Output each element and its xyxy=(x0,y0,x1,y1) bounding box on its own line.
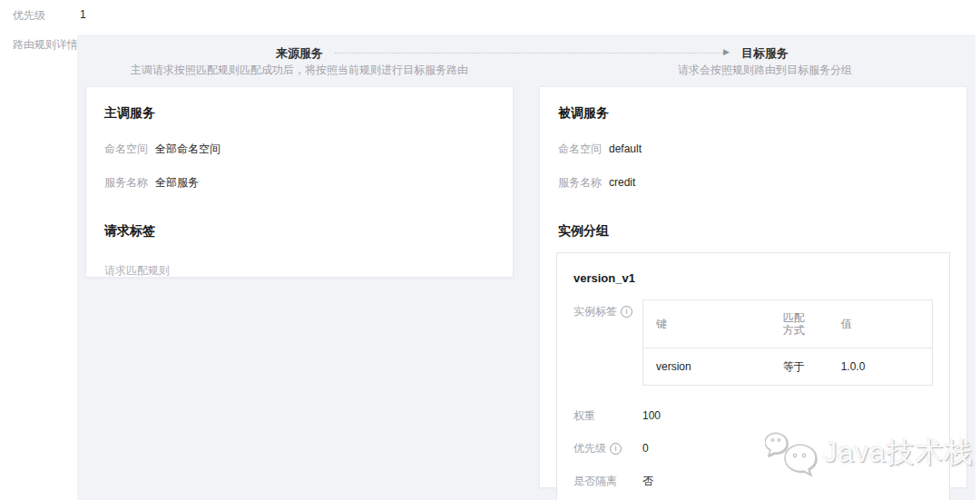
priority-field-value: 1 xyxy=(80,8,86,21)
instance-group-card: version_v1 实例标签 i 键 匹配方式 值 xyxy=(556,252,950,500)
service-name-row: 服务名称 全部服务 xyxy=(104,176,495,189)
namespace-label: 命名空间 xyxy=(558,142,609,155)
tag-match-type-cell: 等于 xyxy=(770,348,828,386)
caller-service-card: 主调服务 命名空间 全部命名空间 服务名称 全部服务 请求标签 请求匹配规则 xyxy=(85,86,514,278)
isolation-label-text: 是否隔离 xyxy=(573,475,617,487)
source-service-title: 来源服务 xyxy=(82,45,517,62)
callee-service-card: 被调服务 命名空间 default 服务名称 credit 实例分组 versi… xyxy=(539,86,967,488)
service-name-label: 服务名称 xyxy=(558,176,609,189)
group-name: version_v1 xyxy=(573,271,933,285)
namespace-value: default xyxy=(609,142,642,155)
info-icon[interactable]: i xyxy=(621,306,632,318)
route-rule-detail-page: 优先级 1 路由规则详情 ▶ 来源服务 主调请求按照匹配规则匹配成功后，将按照当… xyxy=(0,0,980,500)
instance-group-heading: 实例分组 xyxy=(558,223,948,240)
instance-tag-label: 实例标签 i xyxy=(573,305,642,318)
request-tags-heading: 请求标签 xyxy=(104,223,495,240)
request-match-rule-empty-text: 请求匹配规则 xyxy=(104,263,495,279)
instance-tag-table: 键 匹配方式 值 version 等于 1.0.0 xyxy=(642,299,933,386)
target-service-title: 目标服务 xyxy=(547,45,980,62)
caller-service-heading: 主调服务 xyxy=(104,105,495,122)
group-priority-label-text: 优先级 xyxy=(573,442,606,455)
namespace-value: 全部命名空间 xyxy=(155,142,220,155)
column-header-key: 键 xyxy=(643,300,770,348)
isolation-row: 是否隔离 否 xyxy=(573,475,933,487)
info-icon[interactable]: i xyxy=(610,443,622,455)
isolation-value: 否 xyxy=(642,475,653,487)
table-header-row: 键 匹配方式 值 xyxy=(643,300,933,348)
source-service-title-text: 来源服务 xyxy=(271,46,328,60)
column-header-value: 值 xyxy=(828,300,933,348)
service-name-row: 服务名称 credit xyxy=(558,176,948,189)
isolation-label: 是否隔离 xyxy=(573,475,642,487)
target-service-title-text: 目标服务 xyxy=(737,46,793,60)
group-priority-row: 优先级 i 0 xyxy=(573,442,933,455)
service-name-value: credit xyxy=(609,176,635,189)
column-header-match-type: 匹配方式 xyxy=(770,300,828,348)
route-rule-detail-panel: ▶ 来源服务 主调请求按照匹配规则匹配成功后，将按照当前规则进行目标服务路由 目… xyxy=(77,34,975,500)
weight-label: 权重 xyxy=(573,409,642,422)
group-priority-value: 0 xyxy=(642,442,649,455)
weight-value: 100 xyxy=(642,409,661,422)
weight-label-text: 权重 xyxy=(573,409,595,422)
table-row: version 等于 1.0.0 xyxy=(643,348,933,386)
weight-row: 权重 100 xyxy=(573,409,933,422)
service-name-value: 全部服务 xyxy=(155,176,199,189)
namespace-label: 命名空间 xyxy=(104,142,155,155)
group-priority-label: 优先级 i xyxy=(573,442,642,455)
instance-tag-label-text: 实例标签 xyxy=(573,305,617,318)
namespace-row: 命名空间 全部命名空间 xyxy=(104,142,495,155)
tag-value-cell: 1.0.0 xyxy=(828,348,933,386)
instance-tag-row: 实例标签 i 键 匹配方式 值 ve xyxy=(573,305,933,386)
source-service-subtitle: 主调请求按照匹配规则匹配成功后，将按照当前规则进行目标服务路由 xyxy=(82,63,517,78)
namespace-row: 命名空间 default xyxy=(558,142,948,155)
service-name-label: 服务名称 xyxy=(104,176,155,189)
priority-field-label: 优先级 xyxy=(13,8,45,24)
tag-key-cell: version xyxy=(643,348,770,386)
target-service-subtitle: 请求会按照规则路由到目标服务分组 xyxy=(547,63,980,78)
route-detail-field-label: 路由规则详情 xyxy=(13,37,78,53)
callee-service-heading: 被调服务 xyxy=(558,105,948,122)
